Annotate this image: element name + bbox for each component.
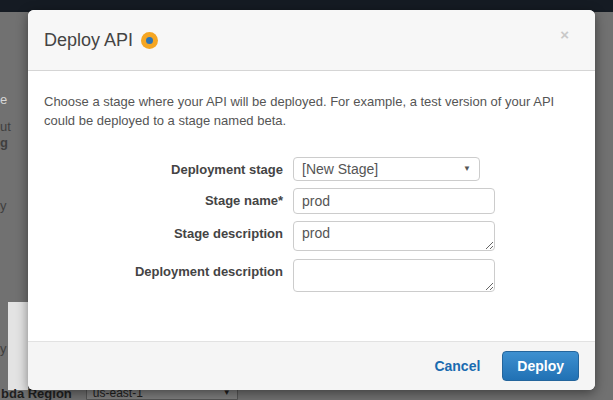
deployment-stage-label: Deployment stage xyxy=(44,157,293,177)
dialog-header: Deploy API × xyxy=(28,10,595,71)
form-row-deployment-stage: Deployment stage [New Stage] ▼ xyxy=(44,157,579,181)
deployment-stage-select[interactable]: [New Stage] ▼ xyxy=(293,157,480,181)
deploy-button[interactable]: Deploy xyxy=(502,351,579,381)
stage-description-label: Stage description xyxy=(44,221,293,241)
dimmed-background-text: ut xyxy=(0,119,11,134)
deploy-status-icon xyxy=(141,32,158,49)
dialog-body: Choose a stage where your API will be de… xyxy=(28,71,595,292)
stage-description-textarea[interactable]: prod xyxy=(293,221,495,251)
deployment-stage-value: [New Stage] xyxy=(302,161,378,177)
form-row-stage-description: Stage description prod xyxy=(44,221,579,251)
dialog-footer: Cancel Deploy xyxy=(28,341,595,390)
dimmed-background-panel xyxy=(8,302,28,390)
close-icon[interactable]: × xyxy=(560,27,569,42)
dimmed-background-text: y xyxy=(0,198,7,213)
dimmed-background-text: g xyxy=(0,135,8,150)
dimmed-background-text: e xyxy=(0,92,7,107)
deploy-api-dialog: Deploy API × Choose a stage where your A… xyxy=(28,10,595,390)
form-row-stage-name: Stage name* xyxy=(44,188,579,214)
stage-name-label: Stage name* xyxy=(44,188,293,208)
cancel-button[interactable]: Cancel xyxy=(434,358,480,374)
screen: e ut g y y bda Region us-east-1 ▼ Deploy… xyxy=(0,0,613,400)
dimmed-background-text: y xyxy=(0,341,7,356)
dialog-description: Choose a stage where your API will be de… xyxy=(44,93,579,131)
dialog-title: Deploy API xyxy=(44,30,133,51)
form-row-deployment-description: Deployment description xyxy=(44,259,579,292)
deployment-description-label: Deployment description xyxy=(44,259,293,279)
stage-name-input[interactable] xyxy=(293,188,495,214)
deployment-description-textarea[interactable] xyxy=(293,259,495,292)
chevron-down-icon: ▼ xyxy=(463,164,471,173)
